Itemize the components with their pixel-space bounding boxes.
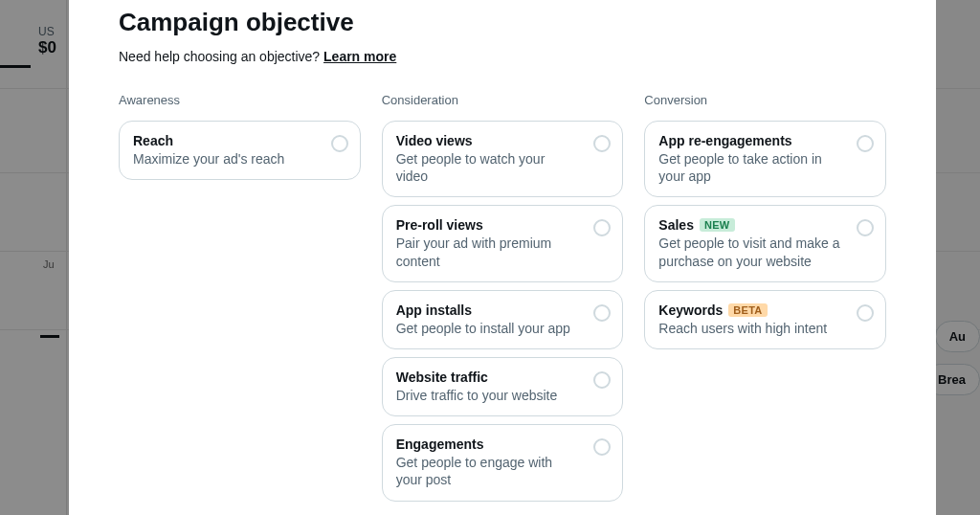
option-sales[interactable]: Sales NEW Get people to visit and make a… (644, 205, 886, 281)
option-title: Video views (396, 133, 581, 148)
option-title: Reach (133, 133, 318, 148)
learn-more-link[interactable]: Learn more (323, 49, 396, 64)
help-text-label: Need help choosing an objective? (119, 49, 323, 64)
option-app-reengagements[interactable]: App re-engagements Get people to take ac… (644, 121, 886, 197)
column-conversion: Conversion App re-engagements Get people… (644, 93, 886, 509)
option-keywords[interactable]: Keywords BETA Reach users with high inte… (644, 290, 886, 349)
option-app-installs[interactable]: App installs Get people to install your … (382, 290, 624, 349)
option-desc: Pair your ad with premium content (396, 235, 581, 269)
option-title: App re-engagements (658, 133, 843, 148)
column-header-consideration: Consideration (382, 93, 624, 107)
radio-icon (857, 135, 874, 152)
beta-badge: BETA (728, 303, 767, 317)
radio-icon (593, 371, 611, 389)
objective-columns: Awareness Reach Maximize your ad's reach… (119, 93, 886, 509)
option-reach[interactable]: Reach Maximize your ad's reach (119, 121, 361, 180)
new-badge: NEW (700, 218, 735, 232)
radio-icon (593, 135, 611, 152)
option-desc: Get people to engage with your post (396, 454, 581, 488)
option-title: App installs (396, 302, 581, 318)
column-header-conversion: Conversion (644, 93, 886, 107)
radio-icon (857, 219, 874, 236)
help-text: Need help choosing an objective? Learn m… (119, 49, 886, 64)
option-desc: Maximize your ad's reach (133, 150, 318, 168)
option-desc: Reach users with high intent (658, 320, 843, 337)
option-title-text: Sales (658, 217, 694, 233)
option-desc: Get people to take action in your app (658, 150, 843, 185)
option-desc: Get people to install your app (396, 320, 581, 337)
option-title: Sales NEW (658, 217, 843, 233)
option-title: Website traffic (396, 369, 581, 385)
radio-icon (593, 304, 611, 322)
campaign-objective-modal: Campaign objective Need help choosing an… (69, 0, 936, 515)
radio-icon (331, 135, 348, 152)
modal-title: Campaign objective (119, 8, 886, 37)
column-header-awareness: Awareness (119, 93, 361, 107)
option-desc: Drive traffic to your website (396, 387, 581, 404)
option-video-views[interactable]: Video views Get people to watch your vid… (382, 121, 624, 197)
option-title: Pre-roll views (396, 217, 581, 233)
option-engagements[interactable]: Engagements Get people to engage with yo… (382, 424, 624, 501)
radio-icon (857, 304, 874, 322)
option-desc: Get people to watch your video (396, 150, 581, 185)
option-website-traffic[interactable]: Website traffic Drive traffic to your we… (382, 357, 624, 416)
radio-icon (593, 438, 611, 456)
column-awareness: Awareness Reach Maximize your ad's reach (119, 93, 361, 509)
option-title-text: Keywords (658, 302, 723, 318)
option-title: Keywords BETA (658, 302, 843, 318)
column-consideration: Consideration Video views Get people to … (382, 93, 624, 509)
radio-icon (593, 219, 611, 236)
option-preroll-views[interactable]: Pre-roll views Pair your ad with premium… (382, 205, 624, 281)
option-desc: Get people to visit and make a purchase … (658, 235, 843, 269)
option-title: Engagements (396, 437, 581, 452)
